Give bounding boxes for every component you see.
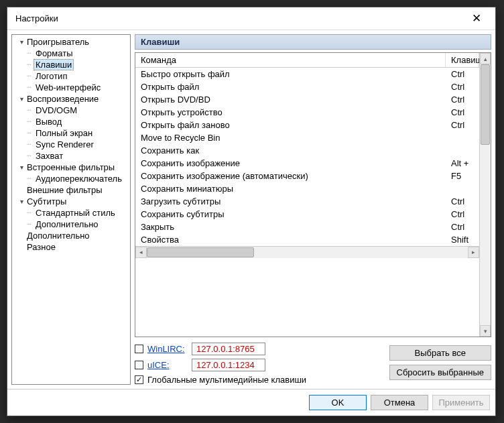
- tree-node-дополнительно[interactable]: Дополнительно: [12, 219, 130, 230]
- tree-node-проигрыватель[interactable]: ▾Проигрыватель: [12, 36, 130, 48]
- tree-node-дополнительно[interactable]: Дополнительно: [12, 230, 130, 241]
- settings-dialog: Настройки ✕ ▾ПроигрывательФорматыКлавиши…: [7, 7, 496, 416]
- cell-key: [446, 131, 479, 144]
- table-row[interactable]: Быстро открыть файлCtrl: [135, 68, 479, 80]
- table-header: Команда Клавиши: [135, 53, 479, 68]
- tree-node-web-интерфейс[interactable]: Web-интерфейс: [12, 82, 130, 93]
- tree-node-форматы[interactable]: Форматы: [12, 48, 130, 59]
- col-command[interactable]: Команда: [135, 53, 446, 67]
- horizontal-scrollbar[interactable]: ◂ ▸: [135, 247, 479, 258]
- tree-label: Web-интерфейс: [34, 82, 102, 93]
- cell-command: Открыть устройство: [135, 106, 446, 119]
- cell-key: Alt +: [446, 157, 479, 170]
- tree-node-аудиопереключатель[interactable]: Аудиопереключатель: [12, 173, 130, 184]
- cell-command: Закрыть: [135, 221, 446, 233]
- bottom-controls: WinLIRC: 127.0.0.1:8765 uICE: 127.0.0.1:…: [135, 343, 491, 385]
- tree-node-dvd-ogm[interactable]: DVD/OGM: [12, 105, 130, 116]
- cancel-button[interactable]: Отмена: [371, 395, 428, 410]
- tree-label: Встроенные фильтры: [25, 162, 116, 172]
- table-row[interactable]: Открыть файлCtrl: [135, 80, 479, 93]
- tree-node-sync-renderer[interactable]: Sync Renderer: [12, 139, 130, 150]
- cell-command: Свойства: [135, 233, 446, 246]
- reset-selected-button[interactable]: Сбросить выбранные: [389, 365, 491, 380]
- tree-label: Полный экран: [34, 128, 94, 138]
- table-row[interactable]: Открыть устройствоCtrl: [135, 106, 479, 119]
- scroll-left-icon[interactable]: ◂: [135, 247, 147, 258]
- ok-button[interactable]: OK: [309, 395, 367, 410]
- table-row[interactable]: Загрузить субтитрыCtrl: [135, 195, 479, 208]
- tree-node-вывод[interactable]: Вывод: [12, 116, 130, 127]
- scroll-down-icon[interactable]: ▾: [480, 325, 491, 337]
- tree-label: Аудиопереключатель: [34, 174, 123, 184]
- table-row[interactable]: ЗакрытьCtrl: [135, 221, 479, 233]
- winlirc-link[interactable]: WinLIRC:: [147, 344, 188, 354]
- tree-node-захват[interactable]: Захват: [12, 150, 130, 162]
- content-area: ▾ПроигрывательФорматыКлавишиЛоготипWeb-и…: [7, 30, 495, 389]
- tree-node-клавиши[interactable]: Клавиши: [12, 59, 130, 70]
- tree-node-воспроизведение[interactable]: ▾Воспроизведение: [12, 93, 130, 105]
- category-tree[interactable]: ▾ПроигрывательФорматыКлавишиЛоготипWeb-и…: [11, 34, 131, 385]
- tree-node-внешние-фильтры[interactable]: Внешние фильтры: [12, 184, 130, 196]
- cell-key: Ctrl: [446, 221, 479, 233]
- table-row[interactable]: Сохранить изображение (автоматически)F5: [135, 170, 479, 182]
- table-row[interactable]: Move to Recycle Bin: [135, 131, 479, 144]
- uice-checkbox[interactable]: [135, 361, 143, 369]
- col-key[interactable]: Клавиши: [446, 53, 479, 67]
- expand-icon[interactable]: ▾: [17, 95, 25, 103]
- dialog-footer: OK Отмена Применить: [7, 389, 495, 416]
- tree-label: Внешние фильтры: [25, 185, 104, 195]
- table-row[interactable]: СвойстваShift: [135, 233, 479, 246]
- table-row[interactable]: Сохранить субтитрыCtrl: [135, 208, 479, 221]
- tree-label: Дополнительно: [25, 231, 91, 241]
- cell-key: Ctrl: [446, 208, 479, 221]
- titlebar: Настройки ✕: [7, 7, 495, 30]
- expand-icon[interactable]: ▾: [17, 198, 25, 205]
- global-row: ✓ Глобальные мультимедийные клавиши: [135, 375, 384, 385]
- table-row[interactable]: Сохранить изображениеAlt +: [135, 157, 479, 170]
- select-all-button[interactable]: Выбрать все: [389, 345, 491, 361]
- table-row[interactable]: Сохранить как: [135, 144, 479, 157]
- table-inner: Команда Клавиши Быстро открыть файлCtrlО…: [135, 53, 479, 337]
- tree-node-встроенные-фильтры[interactable]: ▾Встроенные фильтры: [12, 162, 130, 173]
- expand-icon[interactable]: ▾: [17, 164, 25, 171]
- apply-button: Применить: [432, 395, 490, 410]
- table-row[interactable]: Сохранить миниатюры: [135, 182, 479, 195]
- table-row[interactable]: Открыть файл зановоCtrl: [135, 119, 479, 131]
- tree-node-логотип[interactable]: Логотип: [12, 70, 130, 82]
- close-icon[interactable]: ✕: [463, 11, 490, 25]
- cell-key: Ctrl: [446, 80, 479, 93]
- cell-key: Ctrl: [446, 106, 479, 119]
- winlirc-input[interactable]: 127.0.0.1:8765: [192, 343, 265, 355]
- hscroll-thumb[interactable]: [147, 247, 254, 257]
- cell-command: Открыть DVD/BD: [135, 93, 446, 106]
- cell-key: Ctrl: [446, 195, 479, 208]
- keys-table: Команда Клавиши Быстро открыть файлCtrlО…: [135, 52, 491, 337]
- global-multimedia-checkbox[interactable]: ✓: [135, 375, 143, 384]
- cell-command: Сохранить миниатюры: [135, 182, 446, 195]
- scroll-up-icon[interactable]: ▴: [480, 53, 491, 64]
- cell-key: Shift: [446, 233, 479, 246]
- scroll-right-icon[interactable]: ▸: [468, 247, 479, 258]
- right-panel: Клавиши Команда Клавиши Быстро открыть ф…: [135, 34, 491, 385]
- cell-command: Сохранить изображение (автоматически): [135, 170, 446, 182]
- vertical-scrollbar[interactable]: ▴ ▾: [479, 53, 491, 337]
- uice-input[interactable]: 127.0.0.1:1234: [192, 359, 265, 371]
- global-multimedia-label: Глобальные мультимедийные клавиши: [147, 375, 306, 385]
- winlirc-checkbox[interactable]: [135, 345, 143, 353]
- table-row[interactable]: Открыть DVD/BDCtrl: [135, 93, 479, 106]
- uice-link[interactable]: uICE:: [147, 360, 188, 370]
- uice-row: uICE: 127.0.0.1:1234: [135, 359, 384, 371]
- winlirc-row: WinLIRC: 127.0.0.1:8765: [135, 343, 384, 355]
- expand-icon[interactable]: ▾: [17, 38, 25, 46]
- tree-node-разное[interactable]: Разное: [12, 241, 130, 253]
- tree-label: Воспроизведение: [25, 94, 100, 104]
- tree-node-субтитры[interactable]: ▾Субтитры: [12, 196, 130, 207]
- tree-node-стандартный-стиль[interactable]: Стандартный стиль: [12, 207, 130, 219]
- tree-node-полный-экран[interactable]: Полный экран: [12, 127, 130, 139]
- tree-label: Субтитры: [25, 196, 68, 206]
- cell-command: Быстро открыть файл: [135, 68, 446, 80]
- cell-command: Сохранить субтитры: [135, 208, 446, 221]
- table-body[interactable]: Быстро открыть файлCtrlОткрыть файлCtrlО…: [135, 68, 479, 246]
- tree-label: Логотип: [34, 71, 68, 81]
- vscroll-thumb[interactable]: [481, 64, 490, 145]
